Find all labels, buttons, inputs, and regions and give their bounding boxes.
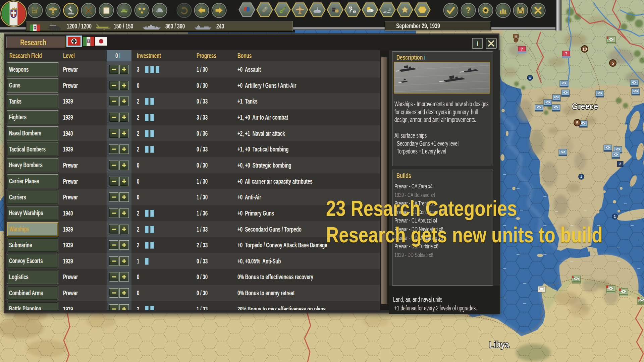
map-unit-axis[interactable] — [606, 286, 615, 293]
increase-investment-button[interactable] — [119, 81, 129, 90]
field-name[interactable]: Submarine — [7, 238, 58, 252]
map-unit-unknown[interactable]: ? — [562, 51, 571, 58]
toolbar-button-undo[interactable] — [176, 3, 192, 18]
toolbar-button-purchase-units[interactable] — [116, 3, 132, 18]
field-name[interactable]: Guns — [7, 78, 58, 93]
increase-investment-button[interactable] — [119, 272, 129, 282]
decrease-investment-button[interactable] — [109, 240, 118, 250]
map-unit-navy[interactable] — [579, 174, 584, 179]
toolbar-button-objectives[interactable] — [396, 2, 413, 17]
toolbar-button-map-overview[interactable] — [238, 2, 255, 17]
toolbar-button-production[interactable] — [28, 3, 43, 18]
decrease-investment-button[interactable] — [109, 113, 118, 122]
info-button[interactable]: i — [472, 38, 483, 49]
research-row-weapons[interactable]: Weapons Prewar 3 1 / 30 +0 Assault — [6, 61, 380, 77]
scrollbar-thumb[interactable] — [381, 57, 387, 304]
toolbar-button-settings[interactable] — [478, 3, 493, 18]
map-unit-allied[interactable] — [552, 105, 560, 111]
research-row-warships[interactable]: Warships 1939 2 1 / 33 +0 Secondard Guns… — [6, 221, 380, 237]
decrease-investment-button[interactable] — [109, 161, 118, 170]
map-unit-allied[interactable] — [630, 80, 638, 86]
field-name[interactable]: Weapons — [7, 62, 58, 76]
increase-investment-button[interactable] — [119, 161, 129, 170]
research-row-guns[interactable]: Guns Prewar 0 0 / 30 +0 Artillery / Guns… — [6, 77, 380, 94]
research-row-combined-arms[interactable]: Combined Arms Prewar 0 0 / 30 0% Bonus t… — [6, 285, 380, 301]
research-row-logistics[interactable]: Logistics Prewar 0 0 / 30 0% Bonus to ef… — [6, 269, 380, 285]
increase-investment-button[interactable] — [119, 65, 129, 74]
map-city[interactable]: 5 — [609, 60, 616, 66]
increase-investment-button[interactable] — [119, 288, 129, 298]
increase-investment-button[interactable] — [119, 97, 129, 106]
research-row-battle-planning[interactable]: Battle Planning 1939 2 1 / 33 20% Bonus … — [6, 301, 380, 310]
field-name[interactable]: Combined Arms — [7, 286, 58, 300]
research-row-carriers[interactable]: Carriers Prewar 0 1 / 30 +0 Anti-Air — [6, 189, 380, 205]
increase-investment-button[interactable] — [119, 256, 129, 266]
nation-tab-germany[interactable] — [66, 36, 82, 47]
toolbar-button-losses[interactable] — [152, 3, 167, 18]
research-row-submarine[interactable]: Submarine 1939 2 2 / 33 +0 Torpedo / Con… — [6, 237, 380, 253]
map-unit-allied[interactable] — [560, 80, 568, 87]
decrease-investment-button[interactable] — [109, 225, 118, 234]
toolbar-button-reports[interactable] — [99, 3, 114, 18]
map-unit-allied[interactable] — [552, 95, 560, 101]
increase-investment-button[interactable] — [119, 144, 129, 154]
field-name[interactable]: Logistics — [7, 270, 58, 284]
map-unit-white[interactable] — [538, 286, 545, 292]
field-name[interactable]: Fighters — [7, 110, 58, 124]
map-unit-allied[interactable] — [596, 90, 604, 97]
increase-investment-button[interactable] — [119, 192, 129, 202]
toolbar-button-weather[interactable] — [362, 2, 378, 17]
field-name[interactable]: Naval Bombers — [7, 126, 58, 140]
research-row-convoy-escorts[interactable]: Convoy Escorts 1939 1 0 / 33 +0, +0.05% … — [6, 253, 380, 269]
field-name[interactable]: Battle Planning — [7, 302, 58, 310]
map-unit-axis[interactable] — [619, 289, 628, 296]
toolbar-button-politics[interactable] — [45, 3, 61, 18]
toolbar-button-next[interactable] — [211, 3, 227, 18]
map-unit-allied[interactable] — [561, 90, 570, 97]
decrease-investment-button[interactable] — [109, 81, 118, 90]
field-name[interactable]: Heavy Bombers — [7, 158, 58, 172]
research-row-tactical-bombers[interactable]: Tactical Bombers 1939 2 0 / 33 +1, +0 Ta… — [6, 141, 380, 157]
toolbar-button-end-turn[interactable] — [443, 3, 459, 18]
decrease-investment-button[interactable] — [109, 65, 118, 74]
decrease-investment-button[interactable] — [109, 304, 118, 310]
map-unit-hq[interactable]: III — [513, 34, 519, 42]
toolbar-button-exit[interactable] — [530, 3, 546, 18]
increase-investment-button[interactable] — [119, 177, 129, 186]
increase-investment-button[interactable] — [119, 304, 129, 310]
map-unit-allied[interactable] — [604, 145, 612, 152]
increase-investment-button[interactable] — [119, 113, 129, 122]
field-name[interactable]: Tanks — [7, 94, 58, 108]
toolbar-button-air-mission[interactable] — [291, 2, 308, 17]
research-row-naval-bombers[interactable]: Naval Bombers 1940 2 0 / 36 +2, +1 Naval… — [6, 125, 380, 141]
toolbar-button-help[interactable] — [461, 3, 476, 18]
increase-investment-button[interactable] — [119, 225, 129, 234]
nation-tab-italy[interactable] — [83, 37, 94, 46]
map-city[interactable]: 10 — [581, 46, 588, 52]
map-unit-allied[interactable] — [632, 88, 640, 95]
scrollbar-track[interactable] — [380, 50, 389, 310]
research-row-fighters[interactable]: Fighters 1939 2 3 / 33 +1, +0 Air to Air… — [6, 109, 380, 125]
decrease-investment-button[interactable] — [109, 192, 118, 202]
decrease-investment-button[interactable] — [109, 288, 118, 298]
decrease-investment-button[interactable] — [109, 97, 118, 106]
close-button[interactable] — [486, 38, 497, 49]
field-name[interactable]: Tactical Bombers — [7, 142, 58, 156]
decrease-investment-button[interactable] — [109, 256, 118, 266]
field-name[interactable]: Carrier Planes — [7, 174, 58, 188]
map-unit-unknown[interactable]: ? — [518, 46, 526, 53]
toolbar-button-naval-mission[interactable] — [309, 2, 326, 17]
decrease-investment-button[interactable] — [109, 144, 118, 154]
map-unit-allied[interactable] — [535, 105, 543, 111]
decrease-investment-button[interactable] — [109, 272, 118, 282]
map-unit-axis[interactable] — [607, 37, 615, 44]
field-name[interactable]: Heavy Warships — [7, 206, 58, 220]
research-row-heavy-bombers[interactable]: Heavy Bombers Prewar 0 0 / 30 +0, +0 Str… — [6, 157, 380, 173]
map-unit-allied[interactable] — [544, 100, 552, 106]
map-unit-axis[interactable] — [572, 276, 581, 283]
map-unit-allied[interactable] — [612, 152, 620, 159]
toolbar-button-previous[interactable] — [194, 3, 209, 18]
toolbar-button-artillery-attack[interactable] — [274, 2, 291, 17]
map-unit-allied[interactable] — [559, 149, 567, 156]
map-city[interactable]: 5 — [574, 119, 581, 126]
